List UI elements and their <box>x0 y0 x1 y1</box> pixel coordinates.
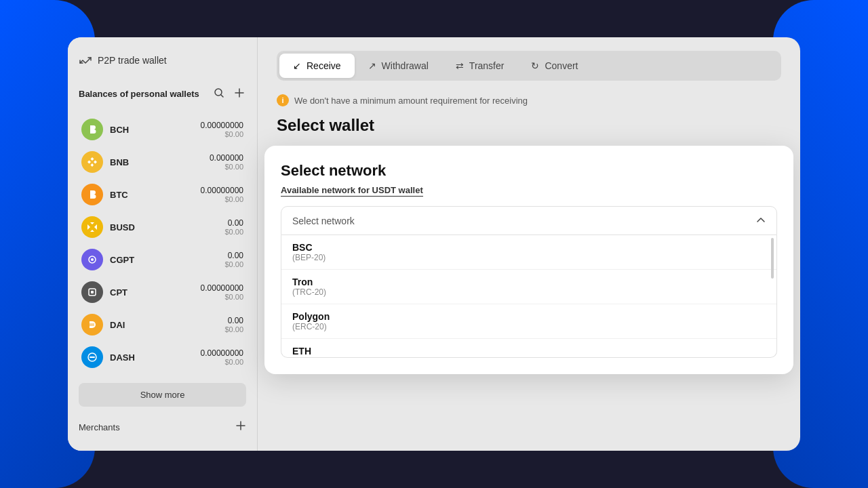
bch-icon <box>81 119 103 140</box>
bch-symbol: BCH <box>110 125 194 135</box>
bnb-balance: 0.000000 $0.00 <box>210 153 243 171</box>
merchants-label: Merchants <box>79 422 120 432</box>
btc-symbol: BTC <box>110 190 194 200</box>
chevron-up-icon <box>756 215 766 226</box>
info-icon: i <box>277 94 289 106</box>
network-item-tron[interactable]: Tron (TRC-20) <box>281 270 776 304</box>
tabs-bar: ↙ Receive ↗ Withdrawal ⇄ Transfer ↻ Conv… <box>277 51 781 81</box>
search-button[interactable] <box>212 86 226 102</box>
info-text: We don't have a minimum amount requireme… <box>294 96 528 106</box>
network-item-eth[interactable]: ETH (ERC-20) <box>281 339 776 357</box>
bnb-icon <box>81 151 103 173</box>
tab-withdrawal-label: Withdrawal <box>382 60 429 71</box>
wallet-item-dai[interactable]: DAI 0.00 $0.00 <box>79 308 246 341</box>
wallet-item-dash[interactable]: DASH 0.00000000 $0.00 <box>79 341 246 373</box>
cgpt-icon <box>81 249 103 270</box>
btc-icon <box>81 184 103 205</box>
add-merchant-button[interactable] <box>235 420 246 434</box>
main-content: ↙ Receive ↗ Withdrawal ⇄ Transfer ↻ Conv… <box>258 37 800 451</box>
merchants-section: Merchants <box>79 418 246 437</box>
tab-receive-label: Receive <box>307 60 341 71</box>
dash-balance: 0.00000000 $0.00 <box>201 348 243 366</box>
wallet-item-btc[interactable]: BTC 0.00000000 $0.00 <box>79 178 246 211</box>
wallet-list: BCH 0.00000000 $0.00 BNB 0.000000 $0.00 <box>79 113 246 375</box>
wallet-item-cgpt[interactable]: CGPT 0.00 $0.00 <box>79 243 246 276</box>
busd-symbol: BUSD <box>110 222 218 232</box>
wallet-item-cpt[interactable]: CPT 0.00000000 $0.00 <box>79 276 246 308</box>
main-container: P2P trade wallet Balances of personal wa… <box>68 37 800 451</box>
balances-title: Balances of personal wallets <box>79 89 199 100</box>
p2p-icon <box>79 54 92 67</box>
tab-convert-label: Convert <box>545 60 578 71</box>
cpt-icon <box>81 281 103 303</box>
busd-balance: 0.00 $0.00 <box>224 218 243 236</box>
network-list-inner: BSC (BEP-20) Tron (TRC-20) Polygon (ERC-… <box>281 235 776 357</box>
cpt-balance: 0.00000000 $0.00 <box>201 283 243 301</box>
network-bsc-name: BSC <box>292 242 766 253</box>
network-tron-name: Tron <box>292 277 766 287</box>
busd-icon <box>81 216 103 238</box>
receive-icon: ↙ <box>293 60 301 71</box>
convert-icon: ↻ <box>531 60 539 71</box>
svg-point-2 <box>91 258 94 261</box>
network-eth-type: (ERC-20) <box>292 357 766 357</box>
dash-icon <box>81 346 103 368</box>
svg-rect-4 <box>91 291 94 293</box>
network-token: USDT <box>372 185 396 197</box>
transfer-icon: ⇄ <box>456 60 464 71</box>
network-dropdown-label: Select network <box>292 216 355 226</box>
scrollbar[interactable] <box>771 238 774 279</box>
wallet-item-bch[interactable]: BCH 0.00000000 $0.00 <box>79 113 246 146</box>
sidebar: P2P trade wallet Balances of personal wa… <box>68 37 258 451</box>
network-modal-title: Select network <box>281 162 777 180</box>
network-modal: Select network Available network for USD… <box>264 146 793 374</box>
select-wallet-title: Select wallet <box>277 116 781 135</box>
network-tron-type: (TRC-20) <box>292 287 766 297</box>
bnb-symbol: BNB <box>110 157 203 167</box>
tab-transfer-label: Transfer <box>469 60 505 71</box>
btc-balance: 0.00000000 $0.00 <box>201 186 243 203</box>
cgpt-symbol: CGPT <box>110 255 218 265</box>
show-more-button[interactable]: Show more <box>79 383 246 407</box>
wallet-item-bnb[interactable]: BNB 0.000000 $0.00 <box>79 146 246 178</box>
info-notice: i We don't have a minimum amount require… <box>277 94 781 106</box>
dash-symbol: DASH <box>110 352 194 363</box>
p2p-label: P2P trade wallet <box>98 55 167 66</box>
bch-balance: 0.00000000 $0.00 <box>201 121 243 138</box>
add-wallet-button[interactable] <box>233 86 246 102</box>
network-polygon-name: Polygon <box>292 311 766 322</box>
wallet-item-busd[interactable]: BUSD 0.00 $0.00 <box>79 211 246 243</box>
network-dropdown-trigger[interactable]: Select network <box>281 206 777 235</box>
balances-actions <box>212 86 246 102</box>
p2p-header: P2P trade wallet <box>79 51 246 70</box>
cgpt-balance: 0.00 $0.00 <box>224 251 243 268</box>
dai-icon <box>81 314 103 336</box>
cpt-symbol: CPT <box>110 287 194 298</box>
dai-balance: 0.00 $0.00 <box>224 316 243 333</box>
tab-receive[interactable]: ↙ Receive <box>279 54 355 78</box>
dai-symbol: DAI <box>110 320 218 330</box>
network-eth-name: ETH <box>292 346 766 357</box>
network-list: BSC (BEP-20) Tron (TRC-20) Polygon (ERC-… <box>281 235 777 358</box>
network-bsc-type: (BEP-20) <box>292 253 766 262</box>
tab-convert[interactable]: ↻ Convert <box>517 54 591 78</box>
tab-transfer[interactable]: ⇄ Transfer <box>442 54 518 78</box>
network-polygon-type: (ERC-20) <box>292 322 766 331</box>
network-item-polygon[interactable]: Polygon (ERC-20) <box>281 304 776 339</box>
balances-header: Balances of personal wallets <box>79 86 246 102</box>
withdrawal-icon: ↗ <box>368 60 376 71</box>
network-item-bsc[interactable]: BSC (BEP-20) <box>281 235 776 270</box>
tab-withdrawal[interactable]: ↗ Withdrawal <box>355 54 442 78</box>
network-modal-subtitle: Available network for USDT wallet <box>281 185 777 195</box>
